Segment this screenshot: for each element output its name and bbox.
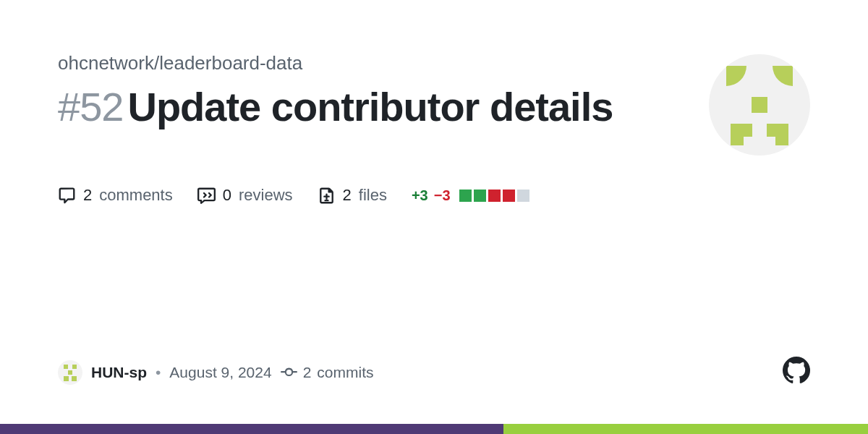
pr-title: #52Update contributor details (58, 85, 680, 130)
pr-number: #52 (58, 84, 123, 129)
comments-count: 2 (83, 186, 92, 205)
github-logo-icon[interactable] (783, 357, 810, 388)
pr-title-text: Update contributor details (127, 84, 613, 129)
reviews-label: reviews (239, 186, 293, 205)
reviews-stat[interactable]: 0 reviews (197, 186, 293, 205)
repo-path[interactable]: ohcnetwork/leaderboard-data (58, 52, 810, 75)
files-stat[interactable]: 2 files (318, 186, 387, 205)
org-avatar[interactable] (709, 54, 810, 156)
author-info: HUN-sp • August 9, 2024 2 commits (58, 360, 374, 385)
diff-squares (459, 190, 529, 202)
file-diff-icon (318, 187, 336, 205)
git-commit-icon (281, 364, 297, 380)
commits-label: commits (317, 364, 373, 381)
reviews-count: 0 (223, 186, 231, 205)
pr-date: August 9, 2024 (169, 364, 271, 381)
comments-label: comments (99, 186, 172, 205)
deletions: −3 (434, 187, 451, 204)
code-review-icon (197, 187, 216, 205)
comment-icon (58, 187, 76, 205)
commits-stat[interactable]: 2 commits (281, 364, 374, 381)
commits-count: 2 (303, 364, 312, 381)
pr-stats: 2 comments 0 reviews 2 files +3 −3 (58, 186, 810, 205)
files-label: files (359, 186, 387, 205)
author-name[interactable]: HUN-sp (91, 364, 147, 381)
additions: +3 (412, 187, 428, 204)
files-count: 2 (343, 186, 352, 205)
comments-stat[interactable]: 2 comments (58, 186, 173, 205)
accent-bar (0, 424, 868, 434)
author-avatar[interactable] (58, 360, 82, 385)
diff-stat: +3 −3 (412, 187, 529, 204)
separator: • (156, 364, 161, 381)
